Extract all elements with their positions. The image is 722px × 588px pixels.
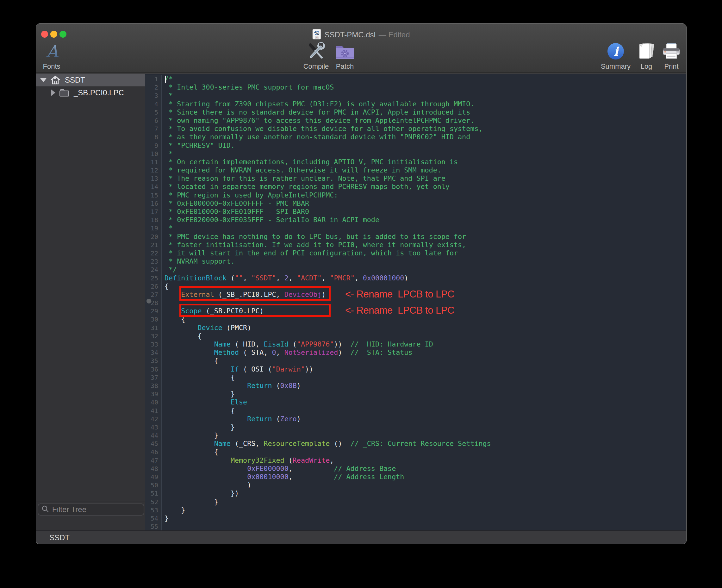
search-icon: [41, 505, 49, 514]
line-number: 27: [145, 291, 162, 299]
minimize-button[interactable]: [50, 31, 57, 38]
line-number: 30: [145, 315, 162, 323]
line-number: 29: [145, 307, 162, 315]
line-number: 24: [145, 266, 162, 274]
line-number: 23: [145, 257, 162, 266]
line-number: 50: [145, 481, 162, 489]
highlight-box-scope: [179, 304, 331, 317]
code-line: 24 */: [145, 266, 686, 274]
line-number: 36: [145, 365, 162, 374]
line-number: 10: [145, 150, 162, 158]
line-number: 37: [145, 374, 162, 382]
text-caret: [165, 76, 166, 83]
window-title: SSDT-PMC.dsl: [324, 30, 375, 39]
window-title-edited: — Edited: [379, 30, 410, 39]
zoom-button[interactable]: [60, 31, 66, 38]
svg-text:DSL: DSL: [315, 37, 319, 39]
code-line: 36 If (_OSI ("Darwin")): [145, 365, 686, 374]
line-number: 18: [145, 216, 162, 224]
tree-row-ssdt[interactable]: SSDT: [36, 74, 145, 86]
app-window: DSL SSDT-PMC.dsl — Edited A Fonts: [36, 23, 686, 544]
code-line: 38 Return (0x0B): [145, 382, 686, 390]
code-line: 46 {: [145, 448, 686, 456]
code-line: 39 }: [145, 390, 686, 398]
code-line: 53 }: [145, 506, 686, 514]
code-line: 12 * required for NVRAM access. Otherwis…: [145, 166, 686, 174]
code-line: 47 Memory32Fixed (ReadWrite,: [145, 456, 686, 465]
chevron-right-icon[interactable]: [51, 89, 55, 96]
code-line: 48 0xFE000000, // Address Base: [145, 465, 686, 473]
print-printer-icon: [649, 41, 686, 61]
toolbar-item-patch[interactable]: Patch: [323, 41, 367, 70]
code-line: 51 }): [145, 489, 686, 498]
line-number: 2: [145, 83, 162, 91]
toolbar-item-fonts[interactable]: A Fonts: [36, 41, 74, 70]
line-number: 49: [145, 473, 162, 481]
code-line: 20 * PMC device has nothing to do to LPC…: [145, 233, 686, 241]
code-line: 17 * 0xFE010000~0xFE010FFF - SPI BAR0: [145, 208, 686, 216]
line-number: 53: [145, 506, 162, 514]
code-line: 50 ): [145, 481, 686, 489]
code-line: 49 0x00010000, // Address Length: [145, 473, 686, 481]
acpi-tree[interactable]: SSDT _SB.PCI0.LPC: [36, 74, 145, 502]
status-text: SSDT: [49, 533, 70, 542]
line-number: 14: [145, 183, 162, 191]
code-line: 2 * Intel 300-series PMC support for mac…: [145, 83, 686, 91]
patch-folder-gear-icon: [323, 41, 367, 61]
line-number: 17: [145, 208, 162, 216]
line-number: 4: [145, 100, 162, 108]
code-line: 14 * located in separate memory regions …: [145, 183, 686, 191]
filter-input[interactable]: [51, 505, 141, 514]
line-number: 22: [145, 249, 162, 257]
code-line: 34 Method (_STA, 0, NotSerialized) // _S…: [145, 349, 686, 357]
line-number: 42: [145, 415, 162, 423]
line-number: 43: [145, 423, 162, 432]
line-number: 6: [145, 117, 162, 125]
close-button[interactable]: [41, 31, 48, 38]
line-number: 52: [145, 498, 162, 506]
line-number: 41: [145, 407, 162, 415]
toolbar-item-print[interactable]: Print: [649, 41, 686, 70]
code-line: 55: [145, 523, 686, 530]
toolbar-label: Fonts: [36, 62, 74, 70]
code-line: 21 * faster initialisation. If we add it…: [145, 241, 686, 249]
code-line: 40 Else: [145, 398, 686, 406]
line-number: 16: [145, 200, 162, 208]
code-line: 33 Name (_HID, EisaId ("APP9876")) // _H…: [145, 340, 686, 349]
line-number: 11: [145, 158, 162, 166]
code-line: 1/*: [145, 75, 686, 83]
code-line: 42 Return (Zero): [145, 415, 686, 423]
line-number: 9: [145, 142, 162, 150]
line-number: 54: [145, 514, 162, 523]
filter-field[interactable]: [38, 504, 144, 516]
code-line: 19 *: [145, 224, 686, 232]
line-number: 48: [145, 465, 162, 473]
line-number: 35: [145, 357, 162, 365]
code-line: 37 {: [145, 374, 686, 382]
line-number: 25: [145, 274, 162, 282]
folder-icon: [59, 89, 69, 97]
line-number: 51: [145, 489, 162, 498]
line-number: 44: [145, 432, 162, 440]
line-number: 45: [145, 440, 162, 448]
code-line: 23 * NVRAM support.: [145, 257, 686, 266]
code-line: 15 * PMC region is used by AppleIntelPCH…: [145, 191, 686, 200]
code-line: 7 * To avoid confusion we disable this d…: [145, 125, 686, 133]
code-line: 41 {: [145, 407, 686, 415]
code-line: 9 * "PCHRESV" UID.: [145, 142, 686, 150]
line-number: 39: [145, 390, 162, 398]
code-lines: 1/*2 * Intel 300-series PMC support for …: [145, 75, 686, 530]
tree-row-sb-pci0-lpc[interactable]: _SB.PCI0.LPC: [36, 86, 145, 99]
line-number: 8: [145, 133, 162, 141]
line-number: 15: [145, 191, 162, 200]
toolbar-label: Print: [649, 62, 686, 70]
breakpoint-dot-icon[interactable]: [147, 299, 151, 303]
code-editor[interactable]: 1/*2 * Intel 300-series PMC support for …: [145, 74, 686, 530]
code-line: 44 }: [145, 432, 686, 440]
line-number: 3: [145, 91, 162, 100]
chevron-down-icon[interactable]: [40, 78, 46, 82]
line-number: 13: [145, 174, 162, 183]
titlebar[interactable]: DSL SSDT-PMC.dsl — Edited: [74, 29, 648, 40]
line-number: 1: [145, 75, 162, 83]
line-number: 34: [145, 349, 162, 357]
